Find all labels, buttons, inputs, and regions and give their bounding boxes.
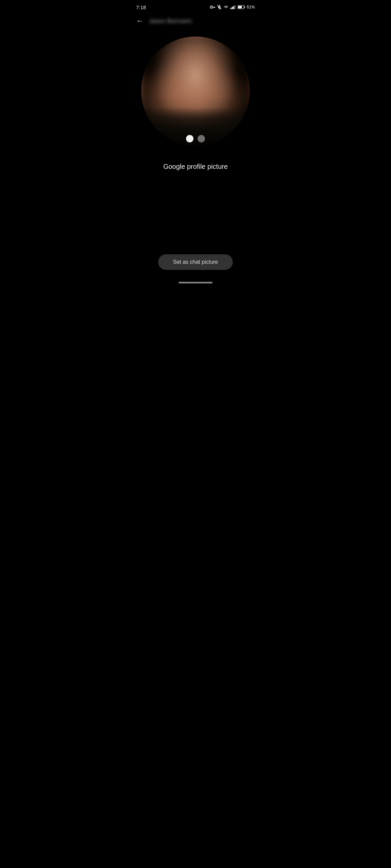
signal-icon [230,5,236,9]
svg-rect-9 [235,5,236,9]
top-bar-title: Jason Bormann [149,18,192,25]
svg-rect-12 [238,6,242,8]
key-icon [210,5,215,9]
svg-rect-7 [232,7,233,9]
screen: 7:18 [129,0,262,286]
profile-image [141,37,250,145]
svg-rect-8 [233,6,234,9]
svg-rect-11 [244,6,245,8]
profile-bg [141,37,250,145]
status-icons: 61% [210,5,255,9]
svg-rect-6 [230,8,231,9]
status-bar: 7:18 [129,0,262,12]
home-indicator [179,282,212,283]
status-time: 7:18 [136,4,146,10]
top-bar: ← Jason Bormann [129,12,262,30]
dot-1[interactable] [186,135,193,142]
bottom-action: Set as chat picture [158,254,233,270]
mute-icon [217,5,222,9]
svg-point-1 [211,7,212,8]
profile-label: Google profile picture [163,163,228,171]
dot-2[interactable] [198,135,205,142]
back-button[interactable]: ← [135,15,145,27]
profile-image-container: Google profile picture [129,37,262,171]
battery-icon [238,5,245,9]
page-dots [186,135,205,142]
wifi-icon [223,5,229,9]
battery-percentage: 61% [247,5,255,9]
set-chat-picture-button[interactable]: Set as chat picture [158,254,233,270]
